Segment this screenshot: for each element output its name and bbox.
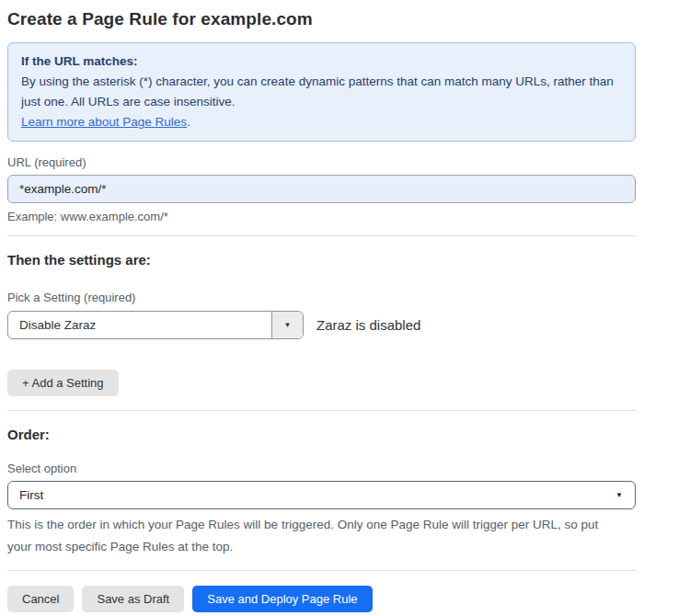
pick-setting-label: Pick a Setting (required) [7,291,636,304]
cancel-button[interactable]: Cancel [7,586,74,612]
settings-section-heading: Then the settings are: [7,252,636,268]
info-box-link-line: Learn more about Page Rules. [21,112,622,132]
url-input[interactable] [7,175,636,203]
url-field-example: Example: www.example.com/* [7,210,636,223]
page-rule-form: Create a Page Rule for example.com If th… [7,8,636,612]
setting-dropdown[interactable]: Disable Zaraz ▼ [7,311,304,339]
url-match-info-box: If the URL matches: By using the asteris… [7,42,636,142]
order-help-text: This is the order in which your Page Rul… [7,514,626,558]
info-box-body: By using the asterisk (*) character, you… [21,72,622,112]
order-dropdown[interactable]: First ▼ [7,481,636,509]
info-box-heading: If the URL matches: [21,51,622,72]
order-section-heading: Order: [7,427,636,443]
save-and-deploy-button[interactable]: Save and Deploy Page Rule [192,586,372,612]
setting-row: Disable Zaraz ▼ Zaraz is disabled [7,311,636,339]
page-title: Create a Page Rule for example.com [7,8,636,29]
divider [7,410,636,411]
link-period: . [187,115,190,129]
setting-dropdown-value: Disable Zaraz [8,312,271,338]
order-dropdown-value: First [19,488,43,502]
save-as-draft-button[interactable]: Save as Draft [82,586,184,612]
chevron-down-icon[interactable]: ▼ [271,312,303,338]
add-setting-button[interactable]: + Add a Setting [7,370,119,396]
order-select-label: Select option [7,462,636,475]
url-field-label: URL (required) [7,155,636,169]
divider [7,570,636,571]
chevron-down-icon: ▼ [615,491,623,499]
learn-more-link[interactable]: Learn more about Page Rules [21,115,187,129]
divider [7,235,636,236]
setting-status-text: Zaraz is disabled [316,317,420,333]
form-actions: Cancel Save as Draft Save and Deploy Pag… [7,586,636,612]
